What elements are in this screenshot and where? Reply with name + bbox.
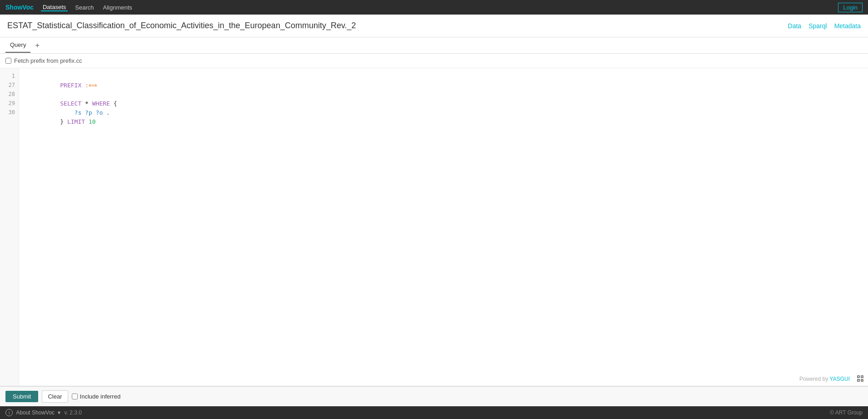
tab-query[interactable]: Query <box>5 38 30 53</box>
svg-rect-2 <box>858 379 859 381</box>
dataset-title: ESTAT_Statistical_Classification_of_Econ… <box>7 21 788 30</box>
nav-item-search[interactable]: Search <box>73 4 95 11</box>
svg-rect-0 <box>858 376 859 378</box>
login-button[interactable]: Login <box>838 3 863 12</box>
about-link[interactable]: About ShowVoc ▾ <box>13 409 60 416</box>
data-link[interactable]: Data <box>788 22 802 30</box>
footer-copyright: © ART Group <box>830 409 863 416</box>
nav-item-alignments[interactable]: Alignments <box>101 4 134 11</box>
dataset-bar: ESTAT_Statistical_Classification_of_Econ… <box>0 15 868 37</box>
fetch-prefix-checkbox[interactable] <box>5 58 11 64</box>
code-line-28: SELECT * WHERE { <box>25 90 863 99</box>
sparql-link[interactable]: Sparql <box>808 22 827 30</box>
code-editor[interactable]: PREFIX :⟺ SELECT * WHERE { ?s ?p ?o . } … <box>19 68 868 386</box>
footer: i About ShowVoc ▾ v. 2.3.0 © ART Group <box>0 406 868 419</box>
brand-logo[interactable]: ShowVoc <box>5 4 34 11</box>
line-numbers: 1 27 28 29 30 <box>0 68 19 386</box>
line-num-27: 27 <box>0 81 19 90</box>
include-inferred-label[interactable]: Include inferred <box>72 393 121 400</box>
content-area: Fetch prefix from prefix.cc 1 27 28 29 3… <box>0 54 868 406</box>
include-inferred-checkbox[interactable] <box>72 394 78 399</box>
footer-version: v. 2.3.0 <box>64 409 81 416</box>
line-num-28: 28 <box>0 90 19 99</box>
editor-inner: 1 27 28 29 30 PREFIX :⟺ SELECT * WHERE {… <box>0 68 868 386</box>
svg-rect-3 <box>861 379 863 381</box>
line-num-30: 30 <box>0 108 19 117</box>
yasgui-link[interactable]: YASGUI <box>830 376 850 382</box>
svg-rect-1 <box>861 376 863 378</box>
bottom-toolbar: Submit Clear Include inferred <box>0 386 868 406</box>
code-line-29: ?s ?p ?o . <box>25 99 863 108</box>
submit-button[interactable]: Submit <box>5 391 38 402</box>
prefix-row: Fetch prefix from prefix.cc <box>0 54 868 68</box>
line-num-1: 1 <box>0 72 19 81</box>
tab-add-button[interactable]: + <box>32 41 42 50</box>
code-line-1: PREFIX :⟺ <box>25 72 863 81</box>
navbar: ShowVoc Datasets Search Alignments Login <box>0 0 868 15</box>
metadata-link[interactable]: Metadata <box>834 22 861 30</box>
fullscreen-icon[interactable] <box>857 375 863 383</box>
code-line-30: } LIMIT 10 <box>25 108 863 117</box>
line-num-29: 29 <box>0 99 19 108</box>
info-icon: i <box>5 409 13 416</box>
nav-item-datasets[interactable]: Datasets <box>41 4 68 11</box>
editor-container: 1 27 28 29 30 PREFIX :⟺ SELECT * WHERE {… <box>0 68 868 386</box>
dataset-links: Data Sparql Metadata <box>788 22 861 30</box>
clear-button[interactable]: Clear <box>42 390 68 403</box>
code-line-27 <box>25 81 863 90</box>
tab-bar: Query + <box>0 37 868 54</box>
powered-by: Powered by YASGUI <box>799 376 850 382</box>
fetch-prefix-label[interactable]: Fetch prefix from prefix.cc <box>14 57 82 64</box>
